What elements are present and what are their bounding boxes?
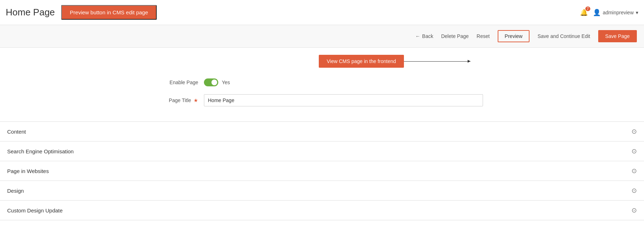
preview-tooltip-button[interactable]: Preview button in CMS edit page	[61, 5, 156, 20]
accordion-title-content: Content	[7, 129, 26, 135]
enable-page-toggle-wrap: Yes	[204, 78, 230, 86]
save-page-button[interactable]: Save Page	[598, 30, 637, 42]
top-right-area: 🔔7 👤 adminpreview ▾	[580, 9, 638, 16]
chevron-icon-design: ⊙	[631, 187, 637, 195]
back-label: Back	[422, 33, 433, 39]
cms-tooltip-box: View CMS page in the frontend	[319, 55, 404, 68]
enable-page-row: Enable Page Yes	[140, 78, 504, 86]
accordion-title-seo: Search Engine Optimisation	[7, 148, 74, 154]
reset-button[interactable]: Reset	[477, 33, 490, 39]
save-continue-button[interactable]: Save and Continue Edit	[537, 33, 590, 39]
accordion-title-design: Design	[7, 188, 24, 194]
back-arrow-icon: ←	[415, 33, 420, 39]
notification-bell[interactable]: 🔔7	[580, 9, 588, 16]
accordion-item-custom-design: Custom Design Update⊙	[0, 201, 644, 220]
accordion-item-content: Content⊙	[0, 122, 644, 142]
preview-button[interactable]: Preview	[498, 30, 530, 42]
page-title-input[interactable]	[204, 94, 483, 106]
user-name: adminpreview	[603, 10, 634, 15]
chevron-icon-content: ⊙	[631, 128, 637, 135]
user-dropdown-arrow: ▾	[636, 10, 638, 15]
accordion-header-content[interactable]: Content⊙	[0, 122, 644, 141]
cms-tooltip-area: View CMS page in the frontend	[0, 48, 644, 71]
chevron-icon-seo: ⊙	[631, 147, 637, 155]
top-bar: Home Page Preview button in CMS edit pag…	[0, 0, 644, 25]
form-area: Enable Page Yes Page Title ★	[125, 71, 519, 118]
toolbar: ← Back Delete Page Reset Preview Save an…	[0, 25, 644, 48]
required-star: ★	[192, 97, 198, 103]
cms-tooltip-label: View CMS page in the frontend	[327, 58, 396, 64]
accordion-item-seo: Search Engine Optimisation⊙	[0, 142, 644, 161]
notification-badge: 7	[585, 6, 590, 11]
chevron-icon-custom-design: ⊙	[631, 206, 637, 214]
accordion-header-custom-design[interactable]: Custom Design Update⊙	[0, 201, 644, 220]
page-title-label: Page Title ★	[140, 97, 204, 103]
accordion-header-websites[interactable]: Page in Websites⊙	[0, 161, 644, 181]
enable-page-label: Enable Page	[140, 80, 204, 85]
accordion-title-custom-design: Custom Design Update	[7, 207, 63, 214]
enable-page-value: Yes	[222, 80, 230, 85]
user-menu[interactable]: 👤 adminpreview ▾	[593, 9, 638, 16]
accordion-item-websites: Page in Websites⊙	[0, 161, 644, 181]
chevron-icon-websites: ⊙	[631, 167, 637, 175]
page-title-row: Page Title ★	[140, 94, 504, 106]
toggle-knob	[211, 80, 217, 85]
accordion: Content⊙Search Engine Optimisation⊙Page …	[0, 121, 644, 220]
accordion-item-design: Design⊙	[0, 181, 644, 201]
tooltip-line	[404, 61, 470, 62]
accordion-title-websites: Page in Websites	[7, 168, 49, 174]
accordion-header-seo[interactable]: Search Engine Optimisation⊙	[0, 142, 644, 161]
page-heading: Home Page	[6, 7, 55, 18]
accordion-header-design[interactable]: Design⊙	[0, 181, 644, 200]
delete-page-button[interactable]: Delete Page	[441, 33, 469, 39]
back-button[interactable]: ← Back	[415, 33, 433, 39]
user-avatar-icon: 👤	[593, 9, 601, 16]
enable-page-toggle[interactable]	[204, 78, 218, 86]
